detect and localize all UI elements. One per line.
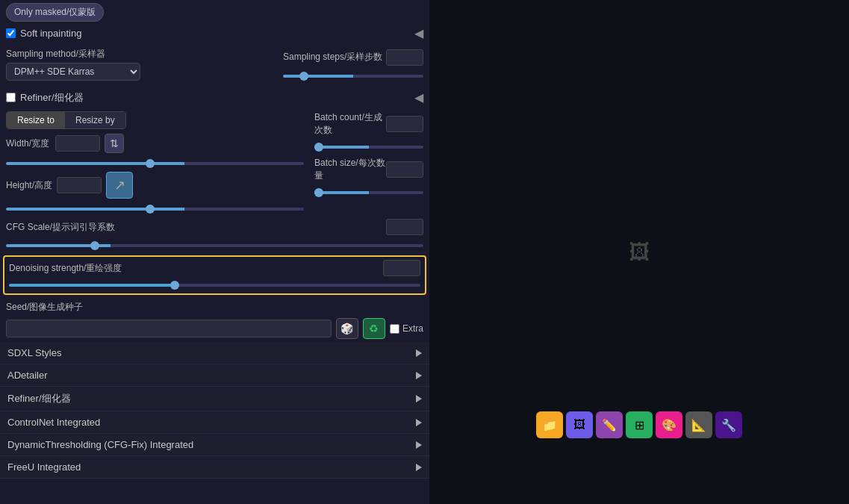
settings-button[interactable]: 🔧 <box>715 411 742 438</box>
adetailer-section[interactable]: ADetailer <box>0 364 429 387</box>
soft-inpainting-label: Soft inpainting <box>20 28 81 39</box>
soft-inpainting-collapse[interactable]: ◀ <box>414 26 423 40</box>
batch-count-slider[interactable] <box>314 146 423 149</box>
refiner-checkbox[interactable] <box>6 93 16 102</box>
adetailer-label: ADetailer <box>7 370 47 381</box>
batch-size-row: Batch size/每次数量 1 <box>314 157 423 182</box>
refiner-row: Refiner/细化器 ◀ <box>0 87 429 108</box>
style-button[interactable]: 🎨 <box>656 411 682 438</box>
sampling-left: Sampling method/采样器 DPM++ SDE Karras <box>6 48 274 81</box>
denoising-row: Denoising strength/重绘强度 0.4 <box>9 260 420 276</box>
freeu-section[interactable]: FreeU Integrated <box>0 456 429 479</box>
resize-tabs: Resize to Resize by <box>6 111 126 129</box>
left-panel: Only masked/仅蒙版 Soft inpainting ◀ Sampli… <box>0 0 429 504</box>
cfg-scale-label: CFG Scale/提示词引导系数 <box>6 221 115 234</box>
freeu-arrow <box>416 464 422 471</box>
soft-inpainting-row: Soft inpainting ◀ <box>0 22 429 45</box>
dynamic-thresholding-label: DynamicThresholding (CFG-Fix) Integrated <box>7 439 193 450</box>
extra-checkbox-row: Extra <box>390 323 423 334</box>
seed-label-row: Seed/图像生成种子 <box>0 298 429 315</box>
right-toolbar: 📁 🖼 ✏️ ⊞ 🎨 📐 🔧 <box>527 405 751 444</box>
sampling-steps-label: Sampling steps/采样步数 <box>283 51 382 63</box>
measure-button[interactable]: 📐 <box>685 411 712 438</box>
height-row: Height/高度 1024 ↗ <box>6 172 304 199</box>
sampling-method-select[interactable]: DPM++ SDE Karras <box>6 63 140 81</box>
aspect-ratio-button[interactable]: ↗ <box>106 172 133 199</box>
resize-to-tab[interactable]: Resize to <box>7 112 65 128</box>
cfg-scale-input[interactable]: 7 <box>386 219 423 235</box>
dynamic-thresholding-arrow <box>416 441 422 449</box>
image-placeholder-icon: 🖼 <box>629 240 650 264</box>
resize-area: Resize to Resize by Width/宽度 1024 ⇅ Heig… <box>0 108 429 216</box>
sampling-method-label: Sampling method/采样器 <box>6 48 274 60</box>
seed-input[interactable]: -1 <box>6 320 332 337</box>
refiner2-arrow <box>416 395 422 402</box>
batch-size-label: Batch size/每次数量 <box>314 157 386 182</box>
sdxl-styles-section[interactable]: SDXL Styles <box>0 342 429 364</box>
width-row: Width/宽度 1024 ⇅ <box>6 134 304 153</box>
sampling-top-row: Sampling method/采样器 DPM++ SDE Karras Sam… <box>6 48 423 81</box>
controlnet-label: ControlNet Integrated <box>7 417 100 428</box>
denoising-input[interactable]: 0.4 <box>383 260 420 276</box>
dynamic-thresholding-section[interactable]: DynamicThresholding (CFG-Fix) Integrated <box>0 434 429 456</box>
batch-count-label: Batch count/生成次数 <box>314 111 386 137</box>
resize-by-tab[interactable]: Resize by <box>65 112 125 128</box>
cfg-scale-slider[interactable] <box>6 244 423 247</box>
sampling-area: Sampling method/采样器 DPM++ SDE Karras Sam… <box>0 45 429 87</box>
edit-button[interactable]: ✏️ <box>596 411 623 438</box>
only-masked-button[interactable]: Only masked/仅蒙版 <box>6 3 104 22</box>
refiner2-section[interactable]: Refiner/细化器 <box>0 387 429 411</box>
soft-inpainting-checkbox[interactable] <box>6 28 16 38</box>
seed-recycle-button[interactable]: ♻ <box>363 318 385 339</box>
masked-row: Only masked/仅蒙版 <box>0 0 429 22</box>
width-input[interactable]: 1024 <box>55 135 100 152</box>
denoising-section: Denoising strength/重绘强度 0.4 <box>3 255 426 295</box>
height-input[interactable]: 1024 <box>57 177 102 193</box>
refiner-collapse[interactable]: ◀ <box>414 90 423 105</box>
view-button[interactable]: 🖼 <box>566 411 593 438</box>
denoising-label: Denoising strength/重绘强度 <box>9 262 122 275</box>
height-slider[interactable] <box>6 208 304 211</box>
batch-count-input[interactable]: 1 <box>386 116 423 132</box>
swap-dimensions-button[interactable]: ⇅ <box>105 134 124 153</box>
denoising-slider[interactable] <box>9 284 420 287</box>
width-label: Width/宽度 <box>6 137 51 150</box>
width-slider[interactable] <box>6 162 304 165</box>
batch-size-slider[interactable] <box>314 191 423 194</box>
seed-row: -1 🎲 ♻ Extra <box>0 315 429 342</box>
batch-right: Batch count/生成次数 1 Batch size/每次数量 1 <box>304 111 423 199</box>
sampling-steps-slider[interactable] <box>283 75 423 78</box>
controlnet-section[interactable]: ControlNet Integrated <box>0 411 429 434</box>
seed-dice-button[interactable]: 🎲 <box>336 318 358 339</box>
grid-button[interactable]: ⊞ <box>626 411 653 438</box>
extra-label: Extra <box>402 323 423 334</box>
batch-size-input[interactable]: 1 <box>386 161 423 178</box>
right-panel: 🖼 📁 🖼 ✏️ ⊞ 🎨 📐 🔧 <box>429 0 849 504</box>
sdxl-styles-label: SDXL Styles <box>7 347 62 358</box>
adetailer-arrow <box>416 372 422 379</box>
refiner2-label: Refiner/细化器 <box>7 392 71 405</box>
sampling-right: Sampling steps/采样步数 20 <box>274 49 423 80</box>
seed-label: Seed/图像生成种子 <box>6 302 83 312</box>
height-label: Height/高度 <box>6 179 52 192</box>
cfg-scale-area: CFG Scale/提示词引导系数 7 <box>0 216 429 252</box>
controlnet-arrow <box>416 419 422 426</box>
refiner-label: Refiner/细化器 <box>20 91 84 105</box>
batch-count-row: Batch count/生成次数 1 <box>314 111 423 137</box>
resize-left: Resize to Resize by Width/宽度 1024 ⇅ Heig… <box>6 111 304 216</box>
folder-button[interactable]: 📁 <box>536 411 563 438</box>
freeu-label: FreeU Integrated <box>7 461 81 473</box>
sampling-steps-input[interactable]: 20 <box>386 49 423 66</box>
extra-checkbox[interactable] <box>390 324 399 334</box>
sdxl-styles-arrow <box>416 349 422 357</box>
